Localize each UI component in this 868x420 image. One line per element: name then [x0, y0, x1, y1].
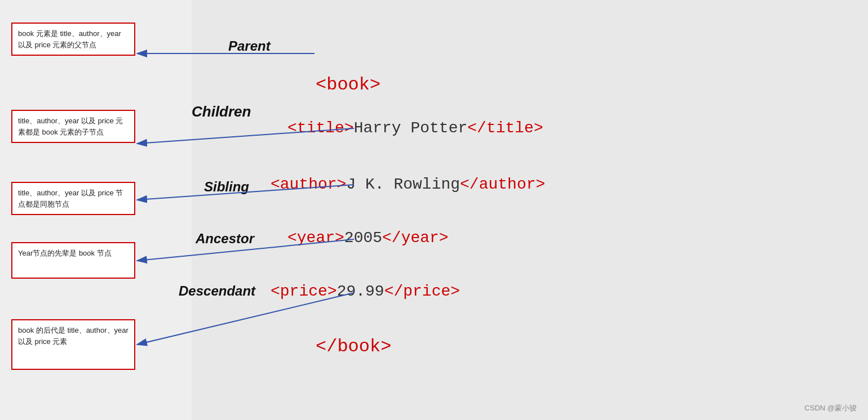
parent-annotation-text: book 元素是 title、author、year 以及 price 元素的父…: [18, 29, 121, 49]
ancestor-annotation-text: Year节点的先辈是 book 节点: [18, 249, 112, 257]
main-container: book 元素是 title、author、year 以及 price 元素的父…: [0, 0, 868, 420]
sibling-annotation-text: title、author、year 以及 price 节点都是同胞节点: [18, 189, 123, 208]
author-text: J K. Rowling: [346, 176, 460, 193]
year-open-tag: <year>: [287, 229, 344, 247]
author-open-tag: <author>: [271, 176, 346, 193]
book-close-line: </book>: [316, 335, 391, 359]
children-label: Children: [192, 103, 251, 120]
price-text: 29.99: [337, 283, 384, 300]
sibling-annotation-box: title、author、year 以及 price 节点都是同胞节点: [11, 182, 135, 215]
author-line: <author>J K. Rowling</author>: [271, 175, 545, 195]
children-annotation-box: title、author、year 以及 price 元素都是 book 元素的…: [11, 110, 135, 143]
descendant-annotation-box: book 的后代是 title、author、year 以及 price 元素: [11, 319, 135, 370]
book-close-tag: </book>: [316, 336, 391, 357]
descendant-annotation-text: book 的后代是 title、author、year 以及 price 元素: [18, 326, 129, 346]
book-open-line: <book>: [316, 73, 380, 97]
year-line: <year>2005</year>: [287, 228, 449, 248]
title-close-tag: </title>: [467, 119, 543, 137]
price-open-tag: <price>: [271, 283, 337, 300]
ancestor-label: Ancestor: [196, 231, 254, 247]
parent-annotation-box: book 元素是 title、author、year 以及 price 元素的父…: [11, 23, 135, 56]
title-line: <title>Harry Potter</title>: [287, 118, 543, 138]
sibling-label: Sibling: [204, 179, 249, 195]
right-xml-area: Parent Children Sibling Ancestor Descend…: [192, 0, 868, 420]
ancestor-annotation-box: Year节点的先辈是 book 节点: [11, 242, 135, 279]
book-open-tag: <book>: [316, 74, 380, 95]
left-area: book 元素是 title、author、year 以及 price 元素的父…: [0, 0, 192, 420]
watermark: CSDN @蒙小骏: [804, 403, 857, 413]
title-open-tag: <title>: [287, 119, 354, 137]
parent-label: Parent: [228, 38, 271, 54]
year-text: 2005: [344, 229, 382, 247]
children-annotation-text: title、author、year 以及 price 元素都是 book 元素的…: [18, 117, 123, 136]
year-close-tag: </year>: [382, 229, 449, 247]
author-close-tag: </author>: [460, 176, 545, 193]
price-close-tag: </price>: [384, 283, 460, 300]
price-line: <price>29.99</price>: [271, 282, 460, 302]
title-text: Harry Potter: [354, 119, 468, 137]
descendant-label: Descendant: [179, 283, 255, 299]
